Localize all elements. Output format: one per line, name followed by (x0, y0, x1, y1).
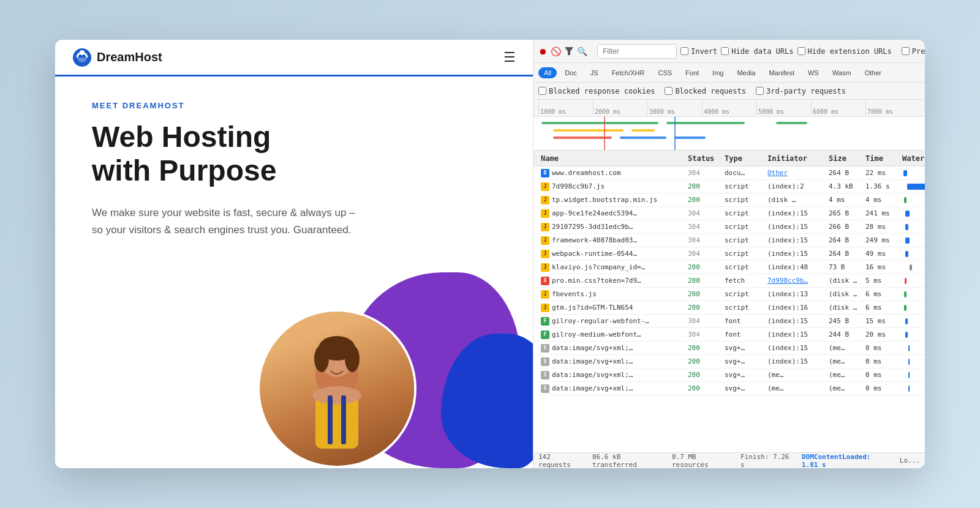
td-status: 200 (685, 290, 722, 298)
filter-button[interactable] (565, 45, 573, 58)
table-row[interactable]: X pro.min.css?token=7d9… 200 fetch 7d998… (533, 274, 925, 288)
table-row[interactable]: F gilroy-medium-webfont… 304 font (index… (533, 328, 925, 342)
preserve-log-checkbox[interactable] (902, 47, 910, 55)
filter-pill-wasm[interactable]: Wasm (827, 67, 857, 78)
td-status: 200 (685, 371, 722, 379)
hide-ext-label: Hide extension URLs (797, 47, 892, 56)
td-waterfall (900, 317, 925, 325)
right-panel: ⏺ 🚫 🔍 Invert Hide data URLs Hide extensi… (533, 40, 925, 468)
tick-7000: 7000 ms (865, 100, 920, 115)
table-row[interactable]: J app-9ce1fe24aedc5394… 304 script (inde… (533, 207, 925, 220)
td-type: script (722, 236, 765, 244)
col-size[interactable]: Size (826, 154, 863, 163)
td-type: script (722, 223, 765, 231)
timeline-ruler: 1000 ms 2000 ms 3000 ms 4000 ms 5000 ms … (538, 100, 920, 115)
wf-bar-3 (776, 122, 807, 124)
td-status: 200 (685, 263, 722, 271)
td-waterfall (900, 371, 925, 379)
td-name: S data:image/svg+xml;… (538, 371, 685, 379)
col-type[interactable]: Type (722, 154, 765, 163)
tick-5000: 5000 ms (756, 100, 811, 115)
td-status: 200 (685, 357, 722, 365)
col-name[interactable]: Name (538, 154, 685, 163)
table-row[interactable]: J 7d998cc9b7.js 200 script (index):2 4.3… (533, 180, 925, 193)
td-time: 4 ms (863, 196, 900, 204)
blocked-cookies-checkbox[interactable] (538, 87, 546, 95)
td-initiator: 7d998cc9b… (765, 277, 826, 285)
table-row[interactable]: J 29107295-3dd31edc9b… 304 script (index… (533, 220, 925, 234)
filter-pill-manifest[interactable]: Manifest (763, 67, 800, 78)
filter-pill-all[interactable]: All (538, 67, 557, 78)
filter-pill-img[interactable]: Img (707, 67, 729, 78)
filter-input[interactable] (597, 44, 677, 59)
td-name: J app-9ce1fe24aedc5394… (538, 209, 685, 218)
wf-bar-4 (553, 129, 624, 132)
td-initiator: (index):15 (765, 344, 826, 352)
col-waterfall[interactable]: Waterfall ▲ (900, 154, 925, 163)
table-row[interactable]: J klaviyo.js?company_id=… 200 script (in… (533, 261, 925, 274)
wf-row-bar (905, 237, 910, 244)
td-size: (disk … (826, 277, 863, 285)
table-row[interactable]: S data:image/svg+xml;… 200 svg+… (index)… (533, 355, 925, 368)
td-status: 304 (685, 317, 722, 325)
dreamhost-logo-icon (72, 48, 92, 67)
devtools-toolbar3: Blocked response cookies Blocked request… (533, 83, 925, 100)
filter-pill-css[interactable]: CSS (652, 67, 677, 78)
table-row[interactable]: S data:image/svg+xml;… 200 svg+… (index)… (533, 342, 925, 355)
hero-subtitle: We make sure your website is fast, secur… (92, 204, 386, 237)
wf-bar-6 (553, 136, 612, 139)
wf-row-bar (905, 251, 908, 257)
site-header: DreamHost ☰ (55, 40, 533, 77)
td-waterfall (900, 263, 925, 271)
td-size: 73 B (826, 263, 863, 271)
filter-pill-js[interactable]: JS (585, 67, 604, 78)
tick-6000: 6000 ms (811, 100, 865, 115)
td-size: (disk … (826, 290, 863, 298)
filter-pill-font[interactable]: Font (680, 67, 704, 78)
file-icon: J (541, 182, 549, 191)
filter-pill-other[interactable]: Other (859, 67, 887, 78)
search-button[interactable]: 🔍 (577, 45, 587, 58)
td-size: (me… (826, 371, 863, 379)
filter-pill-fetch-xhr[interactable]: Fetch/XHR (606, 67, 650, 78)
tick-4000: 4000 ms (702, 100, 756, 115)
table-row[interactable]: S data:image/svg+xml;… 200 svg+… (me… (m… (533, 382, 925, 395)
hide-data-checkbox[interactable] (721, 47, 729, 55)
hide-ext-checkbox[interactable] (797, 47, 805, 55)
filter-pill-ws[interactable]: WS (802, 67, 824, 78)
status-resources: 8.7 MB resources (672, 453, 731, 469)
person-silhouette (270, 325, 404, 466)
td-size: 245 B (826, 317, 863, 325)
file-icon: J (541, 263, 549, 272)
table-row[interactable]: J gtm.js?id=GTM-TLN654 200 script (index… (533, 301, 925, 315)
clear-button[interactable]: 🚫 (551, 45, 561, 58)
td-size: 4 ms (826, 196, 863, 204)
td-time: 6 ms (863, 304, 900, 312)
table-row[interactable]: J webpack-runtime-0544… 304 script (inde… (533, 247, 925, 261)
blocked-requests-checkbox[interactable] (665, 87, 673, 95)
col-initiator[interactable]: Initiator (765, 154, 826, 163)
record-button[interactable]: ⏺ (538, 45, 547, 58)
table-row[interactable]: S data:image/svg+xml;… 200 svg+… (me… (m… (533, 368, 925, 382)
invert-checkbox[interactable] (680, 47, 688, 55)
wf-row-bar (905, 278, 907, 284)
td-waterfall (900, 331, 925, 338)
wf-row-bar (910, 264, 912, 271)
third-party-checkbox[interactable] (756, 87, 764, 95)
filter-pill-media[interactable]: Media (731, 67, 761, 78)
table-row[interactable]: D www.dreamhost.com 304 docu… Other 264 … (533, 166, 925, 180)
td-status: 200 (685, 196, 722, 204)
td-initiator: (disk … (765, 196, 826, 204)
td-waterfall (900, 384, 925, 392)
wf-row-bar (908, 386, 910, 392)
table-row[interactable]: F gilroy-regular-webfont-… 304 font (ind… (533, 315, 925, 328)
table-row[interactable]: J framework-40878bad03… 304 script (inde… (533, 234, 925, 247)
nav-hamburger-button[interactable]: ☰ (503, 50, 516, 65)
col-time[interactable]: Time (863, 154, 900, 163)
table-row[interactable]: J tp.widget.bootstrap.min.js 200 script … (533, 193, 925, 207)
table-row[interactable]: J fbevents.js 200 script (index):13 (dis… (533, 288, 925, 301)
filter-pill-doc[interactable]: Doc (559, 67, 582, 78)
svg-point-5 (314, 345, 329, 372)
file-icon: S (541, 344, 549, 353)
col-status[interactable]: Status (685, 154, 722, 163)
